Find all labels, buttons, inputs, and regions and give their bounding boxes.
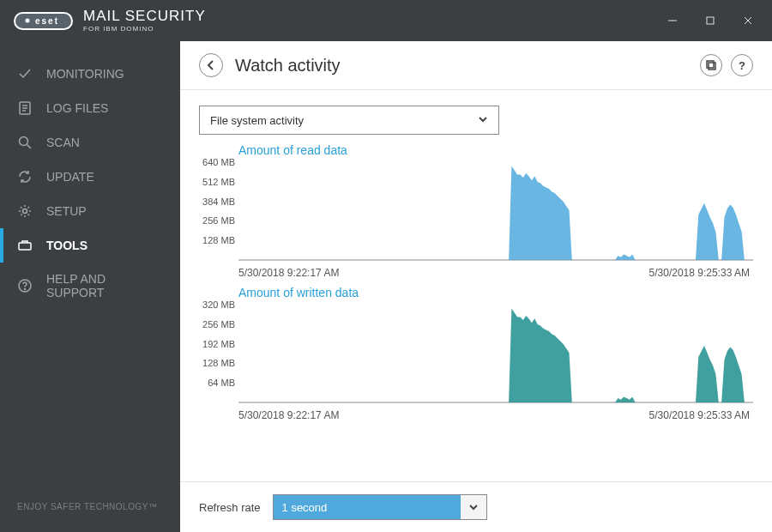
tools-icon — [17, 238, 33, 253]
sidebar-item-help[interactable]: HELP AND SUPPORT — [0, 263, 180, 309]
chart-time-end: 5/30/2018 9:25:33 AM — [649, 267, 750, 279]
svg-rect-15 — [709, 63, 715, 70]
chart-block-0: Amount of read data640 MB512 MB384 MB256… — [199, 143, 753, 279]
chart-title: Amount of written data — [238, 286, 753, 299]
svg-point-9 — [20, 137, 28, 146]
svg-rect-16 — [707, 61, 714, 68]
chart-time-start: 5/30/2018 9:22:17 AM — [238, 267, 339, 279]
content: File system activity Amount of read data… — [180, 90, 772, 481]
footer-row: Refresh rate 1 second — [180, 481, 772, 532]
chevron-down-icon — [478, 114, 488, 127]
chart-block-1: Amount of written data320 MB256 MB192 MB… — [199, 286, 753, 421]
activity-type-value: File system activity — [210, 114, 304, 127]
sidebar-item-label: SCAN — [46, 136, 80, 149]
sidebar-item-label: UPDATE — [46, 170, 94, 184]
svg-text:64 MB: 64 MB — [208, 378, 235, 388]
brand-logo: eset — [14, 12, 73, 30]
chart-title: Amount of read data — [238, 143, 753, 157]
help-icon — [17, 278, 33, 293]
refresh-rate-value: 1 second — [274, 495, 461, 519]
help-button[interactable]: ? — [731, 54, 753, 76]
sidebar: MONITORING LOG FILES SCAN UPDATE SETUP T… — [0, 41, 180, 532]
svg-text:192 MB: 192 MB — [202, 339, 235, 349]
sidebar-item-monitoring[interactable]: MONITORING — [0, 57, 180, 91]
svg-rect-12 — [19, 243, 31, 250]
svg-line-10 — [27, 145, 32, 149]
sidebar-item-scan[interactable]: SCAN — [0, 125, 180, 160]
help-symbol: ? — [739, 59, 745, 72]
window-controls — [657, 7, 763, 34]
sidebar-item-tools[interactable]: TOOLS — [0, 228, 180, 263]
sidebar-item-label: TOOLS — [46, 239, 87, 252]
sidebar-item-label: LOG FILES — [46, 101, 108, 115]
minimize-button[interactable] — [657, 7, 688, 34]
brand-main: MAIL SECURITY — [83, 9, 206, 23]
maximize-button[interactable] — [695, 7, 726, 34]
page-title: Watch activity — [235, 56, 341, 76]
activity-type-select[interactable]: File system activity — [199, 106, 499, 135]
sidebar-footer: ENJOY SAFER TECHNOLOGY™ — [0, 481, 180, 532]
refresh-icon — [17, 169, 33, 184]
check-icon — [17, 66, 33, 82]
svg-text:128 MB: 128 MB — [202, 235, 235, 245]
search-icon — [17, 135, 33, 150]
brand-text: MAIL SECURITY FOR IBM DOMINO — [83, 9, 206, 33]
svg-point-14 — [25, 289, 26, 290]
svg-text:512 MB: 512 MB — [202, 177, 235, 187]
chart-time-end: 5/30/2018 9:25:33 AM — [649, 409, 750, 421]
brand-block: eset MAIL SECURITY FOR IBM DOMINO — [14, 9, 206, 33]
sidebar-item-label: HELP AND SUPPORT — [46, 272, 163, 299]
svg-rect-2 — [707, 17, 714, 24]
sidebar-item-update[interactable]: UPDATE — [0, 160, 180, 194]
svg-text:384 MB: 384 MB — [202, 196, 235, 207]
svg-point-11 — [23, 209, 27, 214]
logfiles-icon — [17, 100, 33, 116]
refresh-rate-label: Refresh rate — [199, 501, 261, 514]
svg-text:320 MB: 320 MB — [202, 299, 235, 310]
sidebar-item-logfiles[interactable]: LOG FILES — [0, 91, 180, 125]
svg-text:640 MB: 640 MB — [202, 157, 235, 167]
svg-text:256 MB: 256 MB — [202, 319, 235, 329]
chart-time-start: 5/30/2018 9:22:17 AM — [238, 409, 339, 421]
svg-point-0 — [26, 19, 30, 23]
chart-time-range: 5/30/2018 9:22:17 AM5/30/2018 9:25:33 AM — [238, 267, 750, 279]
main-panel: Watch activity ? File system activity Am… — [180, 41, 772, 532]
brand-sub: FOR IBM DOMINO — [83, 25, 206, 33]
refresh-rate-select[interactable]: 1 second — [273, 494, 487, 520]
charts-container: Amount of read data640 MB512 MB384 MB256… — [199, 143, 753, 421]
sidebar-item-label: SETUP — [46, 204, 87, 218]
titlebar: eset MAIL SECURITY FOR IBM DOMINO — [0, 0, 772, 41]
page-header: Watch activity ? — [180, 41, 772, 90]
gear-icon — [17, 203, 33, 219]
close-button[interactable] — [733, 7, 763, 34]
new-window-button[interactable] — [700, 54, 722, 76]
svg-text:256 MB: 256 MB — [202, 215, 235, 226]
brand-pill-text: eset — [35, 16, 59, 26]
sidebar-item-setup[interactable]: SETUP — [0, 194, 180, 228]
svg-text:128 MB: 128 MB — [202, 358, 235, 368]
chart-time-range: 5/30/2018 9:22:17 AM5/30/2018 9:25:33 AM — [238, 409, 750, 421]
back-button[interactable] — [199, 53, 223, 77]
sidebar-item-label: MONITORING — [46, 67, 124, 81]
chevron-down-icon — [461, 495, 486, 519]
